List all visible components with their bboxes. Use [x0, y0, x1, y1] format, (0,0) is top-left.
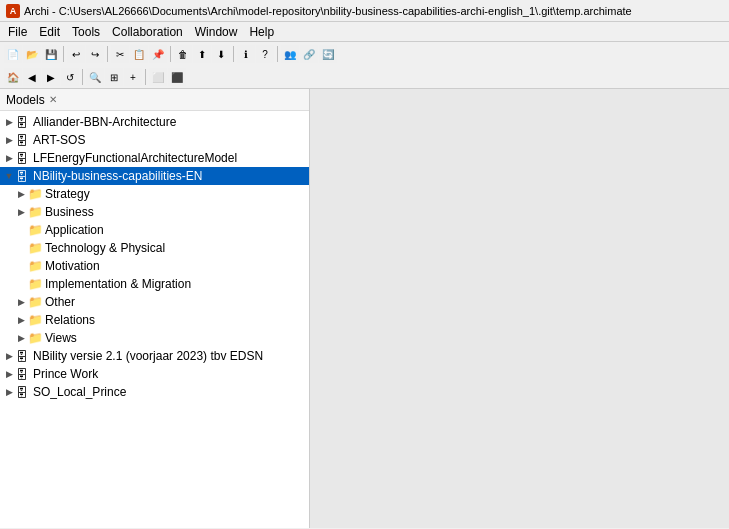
menu-file[interactable]: File [2, 23, 33, 41]
db-icon-nbility: 🗄 [16, 170, 30, 182]
tree-label-business: Business [45, 205, 94, 219]
menu-edit[interactable]: Edit [33, 23, 66, 41]
toolbar-sep-5 [277, 46, 278, 62]
tree-label-strategy: Strategy [45, 187, 90, 201]
tree-item-alliander[interactable]: ▶ 🗄 Alliander-BBN-Architecture [0, 113, 309, 131]
toolbar-back-btn[interactable]: ◀ [23, 68, 41, 86]
folder-icon-business: 📁 [28, 205, 43, 219]
toolbar-zoom-in-btn[interactable]: + [124, 68, 142, 86]
toolbar-paste-btn[interactable]: 📌 [149, 45, 167, 63]
expand-arrow-other[interactable]: ▶ [16, 297, 26, 307]
toolbar-copy-btn[interactable]: 📋 [130, 45, 148, 63]
tree-item-art-sos[interactable]: ▶ 🗄 ART-SOS [0, 131, 309, 149]
folder-icon-application: 📁 [28, 223, 43, 237]
toolbar-cut-btn[interactable]: ✂ [111, 45, 129, 63]
toolbar-save-btn[interactable]: 💾 [42, 45, 60, 63]
db-icon-nbility-versie: 🗄 [16, 350, 30, 362]
toolbar-search-btn[interactable]: 🔍 [86, 68, 104, 86]
tree-label-lfenergy: LFEnergyFunctionalArchitectureModel [33, 151, 237, 165]
right-panel [310, 89, 729, 528]
tree-label-nbility-versie: NBility versie 2.1 (voorjaar 2023) tbv E… [33, 349, 263, 363]
tree-item-lfenergy[interactable]: ▶ 🗄 LFEnergyFunctionalArchitectureModel [0, 149, 309, 167]
toolbar-refresh-btn[interactable]: ↺ [61, 68, 79, 86]
expand-arrow-so-local-prince[interactable]: ▶ [4, 387, 14, 397]
menu-window[interactable]: Window [189, 23, 244, 41]
db-icon-art-sos: 🗄 [16, 134, 30, 146]
toolbar-collapse-btn[interactable]: ⬛ [168, 68, 186, 86]
toolbar-sep-3 [170, 46, 171, 62]
expand-arrow-nbility[interactable]: ▼ [4, 171, 14, 181]
tree-item-relations[interactable]: ▶ 📁 Relations [0, 311, 309, 329]
menu-collaboration[interactable]: Collaboration [106, 23, 189, 41]
toolbar-expand-btn[interactable]: ⬜ [149, 68, 167, 86]
expand-arrow-prince-work[interactable]: ▶ [4, 369, 14, 379]
toolbar-collab-btn[interactable]: 🔗 [300, 45, 318, 63]
toolbar-filter-btn[interactable]: ⊞ [105, 68, 123, 86]
toolbar-undo-btn[interactable]: ↩ [67, 45, 85, 63]
tree-item-impl-migration[interactable]: ▶ 📁 Implementation & Migration [0, 275, 309, 293]
tree-item-strategy[interactable]: ▶ 📁 Strategy [0, 185, 309, 203]
expand-arrow-relations[interactable]: ▶ [16, 315, 26, 325]
db-icon-prince-work: 🗄 [16, 368, 30, 380]
toolbar-open-btn[interactable]: 📂 [23, 45, 41, 63]
models-tab: Models ✕ [0, 89, 309, 111]
toolbar-new-btn[interactable]: 📄 [4, 45, 22, 63]
expand-arrow-nbility-versie[interactable]: ▶ [4, 351, 14, 361]
tree-label-art-sos: ART-SOS [33, 133, 85, 147]
tree-label-nbility: NBility-business-capabilities-EN [33, 169, 202, 183]
main-content: Models ✕ ▶ 🗄 Alliander-BBN-Architecture … [0, 89, 729, 528]
expand-arrow-alliander[interactable]: ▶ [4, 117, 14, 127]
expand-arrow-business[interactable]: ▶ [16, 207, 26, 217]
expand-arrow-strategy[interactable]: ▶ [16, 189, 26, 199]
folder-icon-other: 📁 [28, 295, 43, 309]
toolbar-row-2: 🏠 ◀ ▶ ↺ 🔍 ⊞ + ⬜ ⬛ [0, 66, 729, 88]
tree-label-alliander: Alliander-BBN-Architecture [33, 115, 176, 129]
tree-view: ▶ 🗄 Alliander-BBN-Architecture ▶ 🗄 ART-S… [0, 111, 309, 403]
toolbar-sep-2 [107, 46, 108, 62]
tree-item-nbility-versie[interactable]: ▶ 🗄 NBility versie 2.1 (voorjaar 2023) t… [0, 347, 309, 365]
models-tab-close[interactable]: ✕ [49, 94, 57, 105]
toolbar-info-btn[interactable]: ℹ [237, 45, 255, 63]
toolbar-sep-7 [145, 69, 146, 85]
toolbar-sync-btn[interactable]: 🔄 [319, 45, 337, 63]
menu-tools[interactable]: Tools [66, 23, 106, 41]
toolbar-redo-btn[interactable]: ↪ [86, 45, 104, 63]
toolbar-sep-1 [63, 46, 64, 62]
tree-item-other[interactable]: ▶ 📁 Other [0, 293, 309, 311]
tree-label-motivation: Motivation [45, 259, 100, 273]
title-bar: A Archi - C:\Users\AL26666\Documents\Arc… [0, 0, 729, 22]
toolbar-forward-btn[interactable]: ▶ [42, 68, 60, 86]
folder-icon-strategy: 📁 [28, 187, 43, 201]
toolbar-delete-btn[interactable]: 🗑 [174, 45, 192, 63]
toolbar-move-down-btn[interactable]: ⬇ [212, 45, 230, 63]
tree-item-nbility[interactable]: ▼ 🗄 NBility-business-capabilities-EN [0, 167, 309, 185]
toolbar-row-1: 📄 📂 💾 ↩ ↪ ✂ 📋 📌 🗑 ⬆ ⬇ ℹ ? 👥 🔗 🔄 [0, 42, 729, 66]
app-icon: A [6, 4, 20, 18]
tree-item-so-local-prince[interactable]: ▶ 🗄 SO_Local_Prince [0, 383, 309, 401]
tree-label-views: Views [45, 331, 77, 345]
tree-item-prince-work[interactable]: ▶ 🗄 Prince Work [0, 365, 309, 383]
folder-icon-impl-migration: 📁 [28, 277, 43, 291]
toolbar-home-btn[interactable]: 🏠 [4, 68, 22, 86]
toolbar-move-up-btn[interactable]: ⬆ [193, 45, 211, 63]
folder-icon-relations: 📁 [28, 313, 43, 327]
db-icon-so-local-prince: 🗄 [16, 386, 30, 398]
toolbar-sep-4 [233, 46, 234, 62]
folder-icon-tech-physical: 📁 [28, 241, 43, 255]
tree-item-tech-physical[interactable]: ▶ 📁 Technology & Physical [0, 239, 309, 257]
tree-item-application[interactable]: ▶ 📁 Application [0, 221, 309, 239]
tree-item-views[interactable]: ▶ 📁 Views [0, 329, 309, 347]
folder-icon-views: 📁 [28, 331, 43, 345]
tree-item-business[interactable]: ▶ 📁 Business [0, 203, 309, 221]
expand-arrow-views[interactable]: ▶ [16, 333, 26, 343]
tree-label-tech-physical: Technology & Physical [45, 241, 165, 255]
menu-help[interactable]: Help [243, 23, 280, 41]
toolbar-users-btn[interactable]: 👥 [281, 45, 299, 63]
toolbar-help-btn[interactable]: ? [256, 45, 274, 63]
tree-label-application: Application [45, 223, 104, 237]
tree-item-motivation[interactable]: ▶ 📁 Motivation [0, 257, 309, 275]
expand-arrow-art-sos[interactable]: ▶ [4, 135, 14, 145]
tree-label-relations: Relations [45, 313, 95, 327]
expand-arrow-lfenergy[interactable]: ▶ [4, 153, 14, 163]
tree-label-impl-migration: Implementation & Migration [45, 277, 191, 291]
